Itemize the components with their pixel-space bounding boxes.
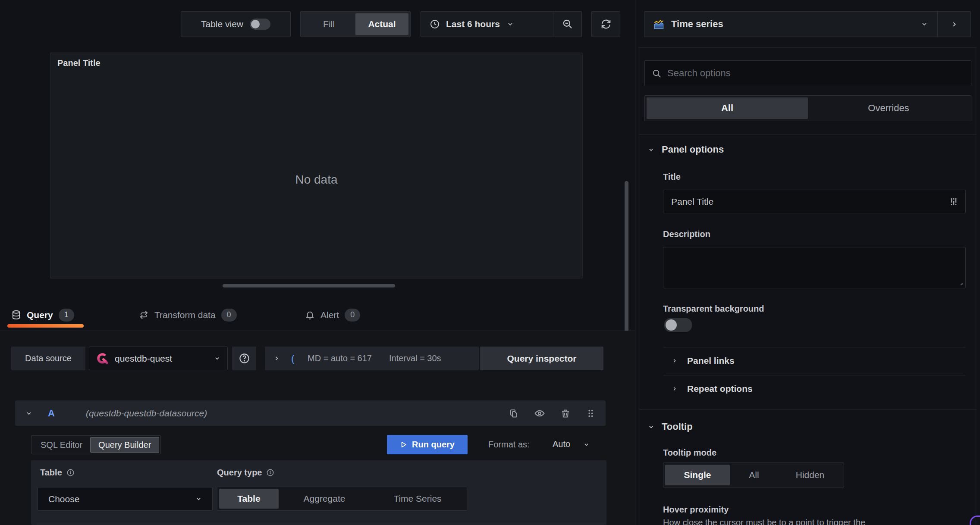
chevron-down-icon: [195, 496, 202, 502]
query-type-aggregate[interactable]: Aggregate: [279, 489, 370, 509]
table-view-switch[interactable]: [250, 19, 270, 30]
chevron-down-icon[interactable]: [583, 441, 590, 448]
horizontal-scrollbar[interactable]: [223, 284, 395, 288]
data-source-help-button[interactable]: [232, 347, 256, 370]
tab-transform-badge: 0: [221, 309, 237, 322]
query-inspector-button[interactable]: Query inspector: [480, 347, 603, 370]
query-type-segmented: Table Aggregate Time Series: [217, 487, 467, 511]
tooltip-mode-all[interactable]: All: [730, 465, 778, 485]
data-links-suggestion-icon[interactable]: [950, 197, 958, 206]
loading-spinner-fragment: (: [291, 353, 295, 365]
database-icon: [11, 310, 21, 320]
time-range-label: Last 6 hours: [446, 19, 500, 29]
tab-alert-label: Alert: [320, 310, 339, 320]
active-tab-underline: [7, 324, 84, 328]
query-datasource-note: (questdb-questdb-datasource): [86, 408, 207, 419]
fill-option[interactable]: Fill: [302, 13, 355, 35]
visualization-name: Time series: [671, 19, 723, 30]
panel-options-heading-text: Panel options: [662, 144, 724, 155]
filter-tab-overrides[interactable]: Overrides: [808, 97, 969, 119]
questdb-logo-icon: [96, 352, 109, 365]
tooltip-mode-single[interactable]: Single: [665, 465, 730, 485]
panel-options-heading[interactable]: Panel options: [648, 144, 724, 155]
actual-option[interactable]: Actual: [355, 13, 408, 35]
query-type-label-text: Query type: [217, 468, 262, 478]
tab-query-label: Query: [27, 310, 53, 320]
query-type-time-series[interactable]: Time Series: [370, 489, 465, 509]
table-view-toggle-button[interactable]: Table view: [181, 11, 291, 37]
tooltip-heading-text: Tooltip: [662, 421, 693, 432]
transparent-background-label: Transparent background: [663, 304, 764, 314]
chevron-down-icon: [507, 21, 514, 28]
collapse-options-pane-button[interactable]: [937, 12, 971, 37]
data-source-picker[interactable]: questdb-quest: [89, 347, 228, 370]
query-builder-option[interactable]: Query Builder: [90, 437, 159, 453]
bell-icon: [305, 310, 315, 320]
options-search-input[interactable]: [667, 68, 964, 79]
tab-alert-badge: 0: [345, 309, 360, 322]
duplicate-query-icon[interactable]: [509, 408, 519, 419]
panel-preview-title[interactable]: Panel Title: [57, 58, 101, 68]
tab-alert[interactable]: Alert 0: [305, 309, 360, 322]
table-select-value: Choose: [48, 494, 79, 504]
title-field-label: Title: [663, 172, 681, 182]
data-source-label: Data source: [11, 347, 85, 370]
panel-title-field[interactable]: [663, 190, 966, 213]
transform-icon: [139, 310, 149, 320]
tooltip-mode-hidden[interactable]: Hidden: [778, 465, 842, 485]
refresh-button[interactable]: [591, 11, 620, 37]
collapse-chevron-icon[interactable]: [25, 410, 32, 417]
resize-handle-icon[interactable]: [958, 280, 963, 286]
options-filter-tabs: All Overrides: [644, 95, 971, 121]
panel-description-field[interactable]: [663, 247, 966, 288]
chevron-down-icon: [921, 21, 928, 28]
query-row-a[interactable]: A (questdb-questdb-datasource): [15, 400, 606, 426]
tooltip-mode-segmented: Single All Hidden: [663, 462, 844, 487]
filter-tab-all[interactable]: All: [647, 97, 808, 119]
info-circle-icon[interactable]: [66, 469, 75, 477]
question-circle-icon: [239, 353, 250, 364]
panel-title-input[interactable]: [671, 197, 950, 207]
drag-handle-icon[interactable]: [586, 408, 595, 419]
options-search[interactable]: [644, 60, 971, 86]
item-divider: [663, 375, 966, 375]
chevron-down-icon: [214, 355, 220, 362]
next-editor-row-peek: [37, 522, 606, 525]
vertical-scrollbar[interactable]: [625, 181, 628, 338]
search-icon: [652, 69, 662, 78]
chevron-right-icon: [672, 386, 678, 392]
section-divider: [639, 134, 977, 135]
time-range-picker[interactable]: Last 6 hours: [421, 11, 582, 37]
repeat-options-label: Repeat options: [687, 384, 753, 394]
sql-editor-option[interactable]: SQL Editor: [33, 437, 90, 453]
item-divider: [663, 347, 966, 347]
hover-proximity-description: How close the cursor must be to a point …: [663, 517, 961, 525]
panel-links-label: Panel links: [687, 356, 735, 366]
hide-query-eye-icon[interactable]: [534, 408, 545, 419]
transparent-background-switch[interactable]: [664, 318, 692, 332]
tooltip-heading[interactable]: Tooltip: [648, 421, 693, 432]
query-type-field-label: Query type: [217, 468, 274, 478]
format-as-value[interactable]: Auto: [553, 439, 570, 449]
table-view-label: Table view: [201, 19, 243, 29]
delete-query-trash-icon[interactable]: [560, 408, 571, 419]
visualization-picker[interactable]: Time series: [644, 11, 971, 37]
query-options-summary[interactable]: ( MD = auto = 617 Interval = 30s: [265, 347, 479, 370]
chevron-right-icon: [672, 358, 678, 364]
options-pane: All Overrides Panel options Title Descri…: [639, 47, 976, 525]
time-zoom-out-button[interactable]: [553, 12, 581, 37]
query-type-table[interactable]: Table: [219, 489, 279, 509]
pane-divider[interactable]: [635, 0, 635, 525]
tab-transform-data[interactable]: Transform data 0: [139, 309, 237, 322]
max-data-points-summary: MD = auto = 617: [308, 353, 372, 363]
clock-icon: [430, 19, 440, 29]
table-select[interactable]: Choose: [38, 487, 213, 511]
tab-query[interactable]: Query 1: [11, 309, 74, 322]
panel-description-textarea[interactable]: [663, 247, 965, 288]
no-data-message: No data: [50, 173, 582, 187]
run-query-button[interactable]: Run query: [387, 435, 468, 454]
repeat-options-row[interactable]: Repeat options: [672, 384, 753, 394]
info-circle-icon[interactable]: [266, 469, 274, 477]
run-query-label: Run query: [412, 440, 455, 450]
panel-links-row[interactable]: Panel links: [672, 356, 735, 366]
